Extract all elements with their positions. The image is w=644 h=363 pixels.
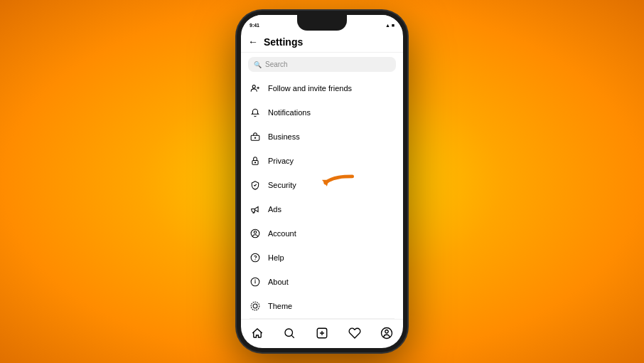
person-circle-icon [249, 228, 261, 239]
question-circle-icon [249, 252, 261, 263]
status-time: 9:41 [249, 23, 259, 28]
bell-icon [249, 107, 261, 118]
menu-item-follow[interactable]: Follow and invite friends [241, 76, 403, 100]
settings-menu: Follow and invite friends Notifications [241, 76, 403, 319]
svg-point-10 [251, 253, 259, 262]
svg-point-17 [285, 329, 293, 337]
menu-label-security: Security [268, 181, 296, 189]
briefcase-icon [249, 131, 261, 142]
search-icon: 🔍 [254, 61, 262, 68]
search-placeholder: Search [265, 60, 288, 68]
shield-icon [249, 179, 261, 191]
svg-point-16 [251, 302, 259, 310]
menu-label-notifications: Notifications [268, 108, 311, 117]
menu-item-business[interactable]: Business [241, 125, 403, 149]
search-bar[interactable]: 🔍 Search [248, 57, 396, 72]
header: ← Settings [241, 32, 403, 53]
svg-point-9 [254, 231, 257, 234]
nav-search[interactable] [281, 325, 297, 341]
svg-point-0 [252, 85, 255, 88]
info-circle-icon [249, 276, 261, 288]
menu-item-account[interactable]: Account [241, 221, 403, 246]
nav-heart[interactable] [347, 325, 363, 341]
menu-label-follow: Follow and invite friends [268, 84, 352, 93]
menu-label-theme: Theme [268, 302, 292, 310]
status-icons: ▲ ■ [385, 23, 395, 28]
menu-label-privacy: Privacy [268, 157, 294, 165]
svg-line-18 [292, 335, 294, 337]
theme-icon [249, 300, 261, 312]
svg-point-23 [385, 330, 389, 334]
menu-item-help[interactable]: Help [241, 246, 403, 270]
nav-add[interactable] [314, 325, 330, 341]
menu-label-ads: Ads [268, 205, 281, 214]
megaphone-icon [249, 204, 261, 215]
svg-point-7 [254, 162, 255, 163]
menu-item-security[interactable]: Security [241, 173, 403, 197]
menu-label-help: Help [268, 253, 284, 262]
menu-item-about[interactable]: About [241, 270, 403, 294]
nav-profile[interactable] [379, 325, 395, 341]
lock-icon [249, 155, 261, 167]
menu-item-ads[interactable]: Ads [241, 197, 403, 221]
person-add-icon [249, 83, 261, 94]
menu-item-notifications[interactable]: Notifications [241, 100, 403, 125]
menu-label-business: Business [268, 132, 300, 141]
menu-label-about: About [268, 278, 289, 286]
nav-home[interactable] [249, 325, 265, 341]
menu-label-account: Account [268, 229, 296, 238]
svg-point-15 [253, 304, 257, 308]
back-button[interactable]: ← [248, 36, 258, 48]
menu-item-privacy[interactable]: Privacy [241, 149, 403, 173]
bottom-nav [241, 319, 403, 348]
page-title: Settings [264, 36, 303, 48]
menu-item-theme[interactable]: Theme [241, 294, 403, 318]
